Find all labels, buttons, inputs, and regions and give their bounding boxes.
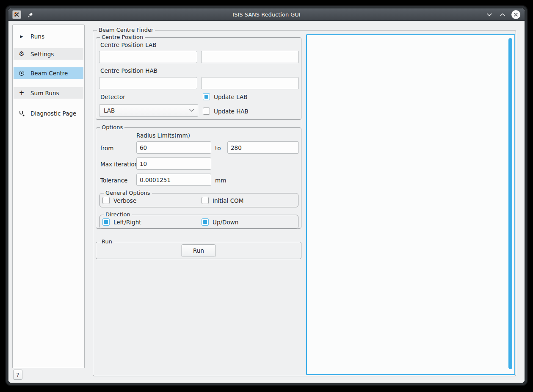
centre-position-group: Centre Position Centre Position LAB Cent… [96,37,301,120]
run-group: Run Run [96,242,301,259]
sidebar-item-label: Sum Runs [30,90,59,97]
group-title: Run [100,238,114,245]
max-iterations-input[interactable] [136,157,211,170]
checkbox-label: Initial COM [213,197,243,204]
sidebar-item-runs[interactable]: ▶ Runs [14,30,83,42]
to-label: to [215,145,221,152]
radius-limits-label: Radius Limits(mm) [136,132,190,139]
sidebar-item-settings[interactable]: ⚙ Settings [14,48,83,60]
checkbox-box[interactable] [202,197,209,204]
sidebar-item-beam-centre[interactable]: Beam Centre [14,67,83,79]
sidebar-item-sum-runs[interactable]: + Sum Runs [14,87,83,99]
update-lab-checkbox[interactable]: Update LAB [203,93,248,100]
plus-icon: + [18,90,25,96]
target-icon [18,71,25,76]
centre-position-hab-label: Centre Position HAB [100,67,157,74]
detector-label: Detector [100,94,125,100]
radius-to-input[interactable] [227,141,299,154]
chevron-down-icon [487,13,492,17]
app-menu-button[interactable] [12,10,21,19]
maximize-button[interactable] [498,10,507,19]
run-button[interactable]: Run [182,244,216,257]
scrollbar[interactable] [508,38,512,369]
initial-com-checkbox[interactable]: Initial COM [202,197,243,204]
group-title: General Options [104,190,152,196]
close-button[interactable] [511,10,520,19]
beam-centre-finder-group: Beam Centre Finder Centre Position Centr… [93,30,516,376]
options-group: Options Radius Limits(mm) from to Max it… [96,127,301,229]
group-title: Centre Position [100,34,145,40]
gear-icon: ⚙ [18,51,25,57]
checkbox-label: Verbose [113,197,136,204]
checkbox-label: Update HAB [214,108,249,115]
centre-position-lab-label: Centre Position LAB [100,41,157,48]
sidebar-item-label: Beam Centre [30,70,68,77]
detector-selected-value: LAB [104,107,115,114]
verbose-checkbox[interactable]: Verbose [102,197,136,204]
centre-hab-y-input[interactable] [201,77,299,89]
checkbox-box[interactable] [203,93,210,100]
radius-from-input[interactable] [136,141,211,154]
help-button[interactable]: ? [13,370,22,380]
play-icon: ▶ [18,34,25,39]
title-bar[interactable]: ISIS SANS Reduction GUI [8,8,525,21]
app-window: ISIS SANS Reduction GUI [6,6,527,385]
main-content: ▶ Runs ⚙ Settings Beam Centre + Sum Runs [8,21,525,385]
group-title: Options [100,124,124,130]
group-title: Beam Centre Finder [97,27,155,33]
sidebar-item-label: Runs [30,33,44,40]
from-label: from [100,145,113,152]
sidebar: ▶ Runs ⚙ Settings Beam Centre + Sum Runs [12,25,85,368]
close-icon [511,10,520,19]
checkbox-label: Left/Right [113,219,141,226]
checkbox-label: Update LAB [214,94,248,100]
direction-group: Direction Left/Right Up/Down [99,215,298,229]
minimize-button[interactable] [485,10,494,19]
pin-icon[interactable] [26,10,35,19]
tolerance-label: Tolerance [100,177,127,184]
checkbox-box[interactable] [203,108,210,115]
chevron-up-icon [500,13,505,17]
checkbox-box[interactable] [102,218,110,226]
sidebar-item-diagnostic-page[interactable]: Diagnostic Page [14,108,83,119]
left-right-checkbox[interactable]: Left/Right [102,218,141,226]
app-icon [14,11,20,18]
max-iterations-label: Max iterations [100,161,141,168]
sidebar-item-label: Diagnostic Page [30,110,76,117]
chevron-down-icon [189,107,194,112]
centre-lab-x-input[interactable] [99,51,197,63]
checkbox-box[interactable] [202,218,209,226]
update-hab-checkbox[interactable]: Update HAB [203,108,249,115]
tolerance-unit-label: mm [215,177,226,184]
centre-lab-y-input[interactable] [201,51,299,63]
centre-hab-x-input[interactable] [99,77,197,89]
checkbox-box[interactable] [102,197,110,204]
stethoscope-icon [18,110,25,116]
result-log-panel[interactable] [306,34,515,375]
sidebar-item-label: Settings [30,51,54,58]
detector-select[interactable]: LAB [99,104,198,117]
checkbox-label: Up/Down [213,219,238,226]
window-title: ISIS SANS Reduction GUI [8,11,525,18]
tolerance-input[interactable] [136,174,211,186]
general-options-group: General Options Verbose Initial COM [99,193,298,207]
group-title: Direction [104,211,132,218]
up-down-checkbox[interactable]: Up/Down [202,218,238,226]
